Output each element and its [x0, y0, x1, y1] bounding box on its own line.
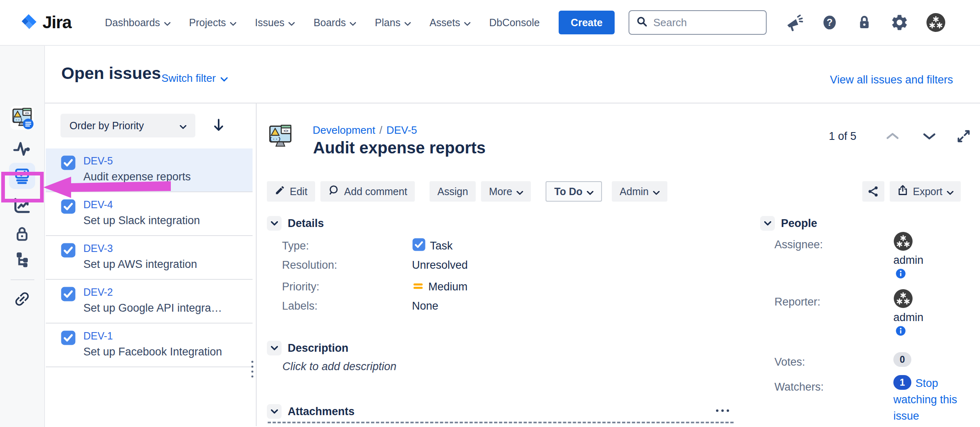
- assign-button[interactable]: Assign: [430, 181, 476, 202]
- gear-icon[interactable]: [890, 13, 909, 32]
- chevron-down-icon: [164, 17, 170, 29]
- help-icon[interactable]: ?: [821, 13, 839, 31]
- status-dropdown[interactable]: To Do: [546, 181, 602, 202]
- admin-dropdown[interactable]: Admin: [612, 181, 667, 202]
- collapse-people-chevron-icon[interactable]: [760, 216, 775, 231]
- switch-filter-dropdown[interactable]: Switch filter: [161, 72, 228, 85]
- issue-summary: Set up Facebook Integration: [83, 346, 222, 358]
- breadcrumb-project-link[interactable]: Development: [313, 124, 375, 136]
- issue-toolbar: Edit Add comment Assign More To Do: [267, 181, 667, 202]
- issue-row-dev-2[interactable]: DEV-2 Set up Google API integra…: [46, 280, 253, 324]
- nav-issues[interactable]: Issues: [255, 17, 295, 29]
- issue-key[interactable]: DEV-3: [83, 243, 113, 254]
- next-issue-chevron-down-icon[interactable]: [923, 133, 936, 140]
- export-button[interactable]: Export: [890, 181, 961, 202]
- attachments-dropzone[interactable]: [268, 422, 734, 427]
- issue-summary: Set up Slack integration: [83, 214, 200, 227]
- nav-dbconsole[interactable]: DbConsole: [489, 17, 540, 29]
- issue-key[interactable]: DEV-1: [83, 330, 113, 342]
- attachments-more-options-icon[interactable]: [714, 407, 732, 414]
- lock-icon[interactable]: [856, 14, 873, 31]
- assignee-info-icon[interactable]: [895, 268, 906, 281]
- watchers-badge[interactable]: 1: [893, 375, 911, 390]
- activity-pulse-icon[interactable]: [13, 141, 31, 157]
- share-icon[interactable]: [862, 181, 884, 202]
- priority-value: Medium: [428, 281, 468, 293]
- chevron-down-icon: [180, 120, 186, 132]
- description-heading: Description: [288, 342, 349, 355]
- issue-summary: Set up AWS integration: [83, 258, 197, 271]
- issue-key[interactable]: DEV-5: [83, 155, 113, 167]
- nav-plans[interactable]: Plans: [375, 17, 411, 29]
- collapse-attachments-chevron-icon[interactable]: [267, 404, 282, 419]
- assignee-name-link[interactable]: admin: [893, 254, 924, 267]
- task-type-icon: [60, 286, 76, 303]
- issue-row-dev-1[interactable]: DEV-1 Set up Facebook Integration: [46, 324, 253, 367]
- chevron-down-icon: [517, 186, 523, 198]
- panel-resize-handle[interactable]: [250, 359, 255, 379]
- chevron-down-icon: [350, 17, 356, 29]
- details-heading: Details: [288, 217, 324, 230]
- issue-row-dev-5[interactable]: DEV-5 Audit expense reports: [46, 148, 253, 192]
- chevron-down-icon: [464, 17, 470, 29]
- issue-row-dev-3[interactable]: DEV-3 Set up AWS integration: [46, 236, 253, 280]
- issue-key[interactable]: DEV-2: [83, 286, 113, 298]
- issue-row-dev-4[interactable]: DEV-4 Set up Slack integration: [46, 192, 253, 236]
- collapse-description-chevron-icon[interactable]: [267, 341, 282, 355]
- security-lock-icon[interactable]: [13, 225, 31, 243]
- search-box[interactable]: [629, 10, 767, 35]
- nav-projects[interactable]: Projects: [189, 17, 236, 29]
- chevron-down-icon: [405, 17, 411, 29]
- task-type-icon: [60, 199, 76, 216]
- announcements-megaphone-icon[interactable]: [785, 13, 803, 31]
- edit-button[interactable]: Edit: [267, 181, 315, 202]
- svg-text:{··}: {··}: [13, 118, 22, 122]
- field-type: Type:Task: [282, 238, 453, 254]
- jira-app-window: Jira Dashboards Projects Issues Boards P…: [0, 0, 980, 427]
- reporter-label: Reporter:: [774, 296, 821, 308]
- svg-text:<>: <>: [284, 129, 289, 133]
- breadcrumb-issue-link[interactable]: DEV-5: [386, 124, 417, 136]
- more-dropdown[interactable]: More: [481, 181, 531, 202]
- labels-label: Labels:: [282, 300, 412, 312]
- search-input[interactable]: [653, 16, 751, 29]
- issue-summary: Audit expense reports: [83, 171, 191, 183]
- nav-dashboards[interactable]: Dashboards: [105, 17, 170, 29]
- link-icon[interactable]: [13, 290, 31, 308]
- votes-badge[interactable]: 0: [893, 352, 911, 367]
- view-all-issues-link[interactable]: View all issues and filters: [830, 74, 953, 86]
- project-avatar[interactable]: {··} <>: [9, 105, 35, 130]
- project-sidebar: {··} <>: [0, 46, 45, 427]
- task-type-icon: [412, 238, 426, 254]
- nav-boards[interactable]: Boards: [313, 17, 356, 29]
- issue-pagination: 1 of 5: [829, 129, 971, 144]
- breadcrumb: Development/DEV-5: [313, 124, 417, 137]
- reporter-info-icon[interactable]: [895, 325, 906, 338]
- jira-logo[interactable]: Jira: [20, 12, 72, 33]
- board-icon-selected[interactable]: [9, 163, 35, 189]
- reports-chart-icon[interactable]: [13, 196, 31, 215]
- expand-fullscreen-icon[interactable]: [956, 129, 971, 144]
- add-comment-button[interactable]: Add comment: [320, 181, 415, 202]
- arrow-down-icon: [213, 118, 225, 132]
- sort-direction-button[interactable]: [213, 118, 225, 133]
- jira-logo-text: Jira: [43, 13, 72, 32]
- task-type-icon: [60, 243, 76, 260]
- resolution-label: Resolution:: [282, 259, 412, 272]
- user-avatar[interactable]: [926, 13, 946, 32]
- top-navigation-bar: Jira Dashboards Projects Issues Boards P…: [0, 0, 980, 46]
- assignee-avatar: [893, 231, 913, 253]
- issue-key[interactable]: DEV-4: [83, 199, 113, 211]
- previous-issue-chevron-up-icon[interactable]: [886, 133, 899, 140]
- reporter-name-link[interactable]: admin: [893, 311, 924, 324]
- task-type-icon: [60, 155, 76, 172]
- order-by-dropdown[interactable]: Order by Priority: [60, 114, 195, 137]
- add-description-placeholder[interactable]: Click to add description: [282, 360, 396, 373]
- svg-text:<>: <>: [25, 111, 29, 115]
- issue-hierarchy-icon[interactable]: [13, 250, 31, 267]
- type-value: Task: [430, 240, 453, 252]
- create-button[interactable]: Create: [559, 11, 615, 34]
- task-type-icon: [60, 330, 76, 347]
- nav-assets[interactable]: Assets: [430, 17, 470, 29]
- collapse-details-chevron-icon[interactable]: [267, 216, 282, 231]
